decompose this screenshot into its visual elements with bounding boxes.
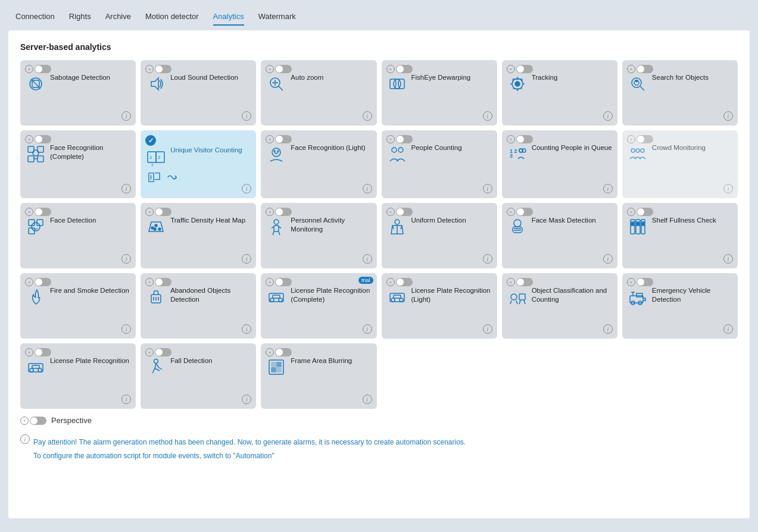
toggle-auto-zoom[interactable]: [275, 65, 292, 73]
nav-item-motion-detector[interactable]: Motion detector: [145, 12, 199, 26]
toggle-row-abandoned-objects[interactable]: ×: [145, 278, 251, 286]
nav-item-watermark[interactable]: Watermark: [258, 12, 296, 26]
card-face-mask[interactable]: ×Face Mask Detectioni: [502, 203, 617, 268]
info-btn-face-detection[interactable]: i: [121, 254, 131, 264]
toggle-row-face-mask[interactable]: ×: [507, 208, 613, 216]
card-lpr-light[interactable]: ×License Plate Recognition (Light)i: [382, 273, 497, 339]
toggle-lpr-light[interactable]: [396, 278, 413, 286]
info-btn-personnel-activity[interactable]: i: [363, 254, 372, 264]
toggle-emergency-vehicle[interactable]: [637, 278, 653, 286]
card-personnel-activity[interactable]: ×Personnel Activity Monitoringi: [261, 203, 376, 268]
toggle-lpr-basic[interactable]: [35, 348, 51, 356]
info-btn-search-objects[interactable]: i: [723, 111, 733, 121]
nav-item-rights[interactable]: Rights: [69, 12, 91, 26]
toggle-face-recognition-light[interactable]: [275, 135, 292, 143]
toggle-uniform-detection[interactable]: [396, 208, 413, 216]
toggle-fisheye[interactable]: [396, 65, 413, 73]
perspective-toggle[interactable]: [30, 417, 46, 425]
toggle-lpr-complete[interactable]: [275, 278, 292, 286]
toggle-loud-sound[interactable]: [155, 65, 171, 73]
toggle-object-classification[interactable]: [516, 278, 533, 286]
info-btn-unique-visitor[interactable]: i: [242, 184, 251, 193]
card-traffic-density[interactable]: ×Traffic Density Heat Mapi: [141, 203, 256, 268]
toggle-row-object-classification[interactable]: ×: [507, 278, 613, 286]
card-face-detection[interactable]: ×Face Detectioni: [20, 203, 136, 268]
info-btn-object-classification[interactable]: i: [603, 324, 613, 334]
info-btn-fire-smoke[interactable]: i: [121, 324, 131, 334]
card-face-recognition-complete[interactable]: ×Face Recognition (Complete)i: [20, 130, 136, 198]
toggle-row-uniform-detection[interactable]: ×: [386, 208, 492, 216]
info-btn-lpr-light[interactable]: i: [483, 324, 492, 334]
info-btn-loud-sound[interactable]: i: [242, 111, 251, 121]
info-btn-lpr-complete[interactable]: i: [363, 324, 372, 334]
info-btn-auto-zoom[interactable]: i: [363, 111, 372, 121]
toggle-row-counting-people-queue[interactable]: ×: [507, 135, 613, 143]
check-circle-unique-visitor[interactable]: [145, 135, 156, 146]
card-uniform-detection[interactable]: ×Uniform Detectioni: [382, 203, 497, 268]
toggle-row-lpr-light[interactable]: ×: [386, 278, 492, 286]
info-btn-fisheye[interactable]: i: [483, 111, 492, 121]
info-btn-frame-blurring[interactable]: i: [363, 395, 372, 404]
toggle-row-lpr-complete[interactable]: ×: [266, 278, 372, 286]
toggle-traffic-density[interactable]: [155, 208, 171, 216]
info-btn-traffic-density[interactable]: i: [242, 254, 251, 264]
info-btn-face-recognition-light[interactable]: i: [363, 184, 372, 193]
toggle-row-auto-zoom[interactable]: ×: [266, 65, 372, 73]
info-btn-fall-detection[interactable]: i: [242, 395, 251, 404]
toggle-fall-detection[interactable]: [155, 348, 171, 356]
toggle-row-face-recognition-complete[interactable]: ×: [25, 135, 131, 143]
card-fisheye[interactable]: ×FishEye Dewarpingi: [382, 60, 497, 126]
info-btn-face-mask[interactable]: i: [603, 254, 613, 264]
card-emergency-vehicle[interactable]: ×Emergency Vehicle Detectioni: [622, 273, 738, 339]
toggle-row-face-detection[interactable]: ×: [25, 208, 131, 216]
toggle-tracking[interactable]: [516, 65, 533, 73]
card-fall-detection[interactable]: ×Fall Detectioni: [141, 343, 256, 409]
toggle-row-unique-visitor[interactable]: [145, 135, 251, 146]
toggle-personnel-activity[interactable]: [275, 208, 292, 216]
toggle-face-detection[interactable]: [35, 208, 51, 216]
card-lpr-basic[interactable]: ×License Plate Recognitioni: [20, 343, 136, 409]
toggle-counting-people-queue[interactable]: [516, 135, 533, 143]
toggle-row-crowd-monitoring[interactable]: ×: [627, 135, 733, 143]
card-counting-people-queue[interactable]: ×1 23Counting People in Queuei: [502, 130, 617, 198]
info-btn-face-recognition-complete[interactable]: i: [121, 184, 131, 193]
toggle-face-recognition-complete[interactable]: [35, 135, 51, 143]
toggle-search-objects[interactable]: [637, 65, 653, 73]
info-btn-uniform-detection[interactable]: i: [483, 254, 492, 264]
toggle-row-loud-sound[interactable]: ×: [145, 65, 251, 73]
toggle-row-people-counting[interactable]: ×: [386, 135, 492, 143]
card-auto-zoom[interactable]: ×Auto zoomi: [261, 60, 376, 126]
toggle-row-fire-smoke[interactable]: ×: [25, 278, 131, 286]
perspective-toggle-wrap[interactable]: ×: [20, 417, 46, 425]
info-btn-counting-people-queue[interactable]: i: [603, 184, 613, 193]
toggle-row-frame-blurring[interactable]: ×: [266, 348, 372, 356]
toggle-row-shelf-fullness[interactable]: ×: [627, 208, 733, 216]
info-btn-tracking[interactable]: i: [603, 111, 613, 121]
toggle-row-face-recognition-light[interactable]: ×: [266, 135, 372, 143]
toggle-row-tracking[interactable]: ×: [507, 65, 613, 73]
nav-item-archive[interactable]: Archive: [105, 12, 131, 26]
toggle-row-lpr-basic[interactable]: ×: [25, 348, 131, 356]
toggle-row-fisheye[interactable]: ×: [386, 65, 492, 73]
toggle-row-personnel-activity[interactable]: ×: [266, 208, 372, 216]
nav-item-analytics[interactable]: Analytics: [213, 12, 244, 26]
info-btn-emergency-vehicle[interactable]: i: [723, 324, 733, 334]
card-sabotage[interactable]: ×Sabotage Detectioni: [20, 60, 136, 126]
card-people-counting[interactable]: ×People Countingi: [382, 130, 497, 198]
toggle-people-counting[interactable]: [396, 135, 413, 143]
toggle-abandoned-objects[interactable]: [155, 278, 171, 286]
card-fire-smoke[interactable]: ×Fire and Smoke Detectioni: [20, 273, 136, 339]
card-shelf-fullness[interactable]: ×Shelf Fullness Checki: [622, 203, 738, 268]
card-search-objects[interactable]: ×Search for Objectsi: [622, 60, 738, 126]
card-tracking[interactable]: ×Trackingi: [502, 60, 617, 126]
info-btn-lpr-basic[interactable]: i: [121, 395, 131, 404]
toggle-fire-smoke[interactable]: [35, 278, 51, 286]
toggle-face-mask[interactable]: [516, 208, 533, 216]
info-btn-shelf-fullness[interactable]: i: [723, 254, 733, 264]
toggle-shelf-fullness[interactable]: [637, 208, 653, 216]
card-object-classification[interactable]: ×Object Classification and Countingi: [502, 273, 617, 339]
info-btn-abandoned-objects[interactable]: i: [242, 324, 251, 334]
toggle-crowd-monitoring[interactable]: [637, 135, 653, 143]
card-frame-blurring[interactable]: ×Frame Area Blurringi: [261, 343, 376, 409]
card-unique-visitor[interactable]: 123Unique Visitor Counting i: [141, 130, 256, 198]
